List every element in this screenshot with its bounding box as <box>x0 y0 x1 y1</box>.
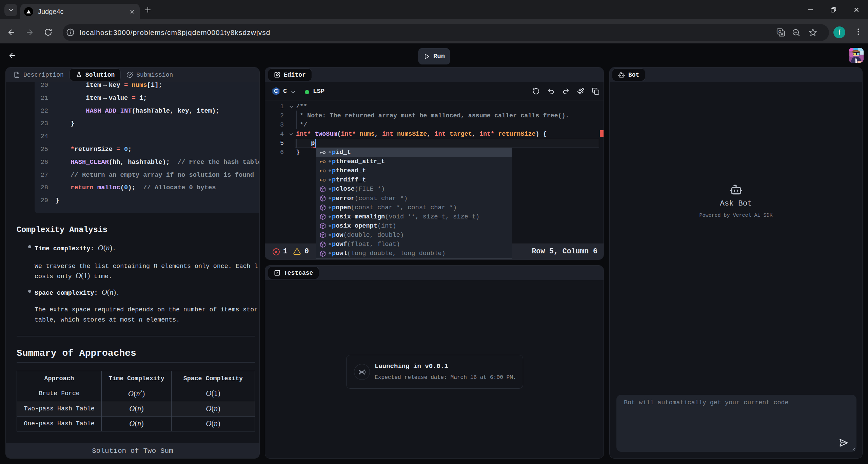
svg-text:G: G <box>778 30 781 34</box>
svg-text:C: C <box>274 88 278 94</box>
